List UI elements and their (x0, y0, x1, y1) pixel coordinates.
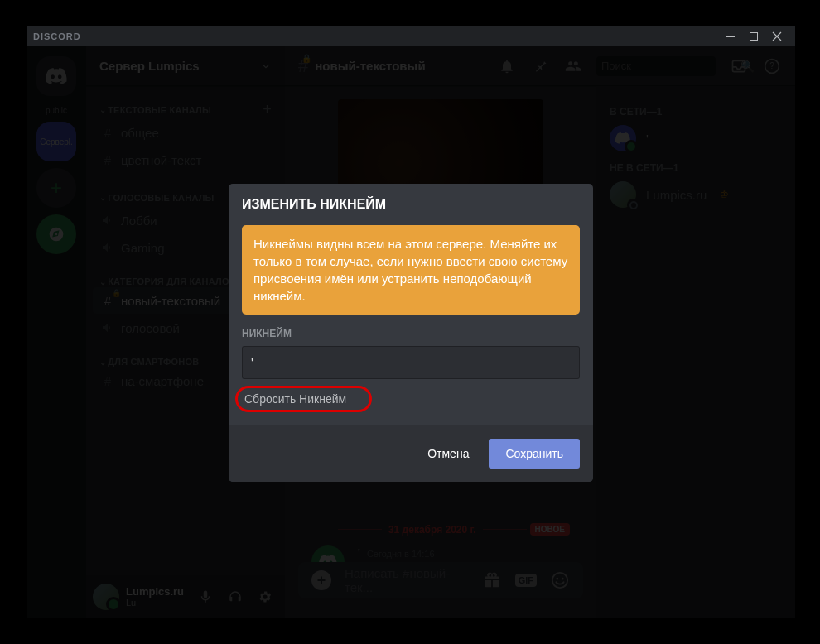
svg-rect-0 (726, 36, 735, 37)
modal-backdrop[interactable]: ИЗМЕНИТЬ НИКНЕЙМ Никнеймы видны всем на … (27, 46, 795, 618)
nickname-modal: ИЗМЕНИТЬ НИКНЕЙМ Никнеймы видны всем на … (229, 184, 593, 482)
maximize-button[interactable] (742, 27, 765, 46)
modal-title: ИЗМЕНИТЬ НИКНЕЙМ (229, 184, 593, 225)
save-button[interactable]: Сохранить (489, 439, 580, 469)
close-button[interactable] (765, 27, 789, 46)
nickname-input[interactable] (242, 346, 580, 379)
highlight-annotation: Сбросить Никнейм (235, 386, 372, 412)
svg-rect-1 (750, 33, 758, 41)
nickname-label: НИКНЕЙМ (242, 328, 580, 339)
app-title: DISCORD (33, 31, 81, 41)
warning-notice: Никнеймы видны всем на этом сервере. Мен… (242, 225, 580, 315)
reset-nickname-link[interactable]: Сбросить Никнейм (244, 392, 346, 406)
titlebar: DISCORD (27, 26, 795, 46)
minimize-button[interactable] (719, 27, 742, 46)
cancel-button[interactable]: Отмена (414, 439, 482, 469)
